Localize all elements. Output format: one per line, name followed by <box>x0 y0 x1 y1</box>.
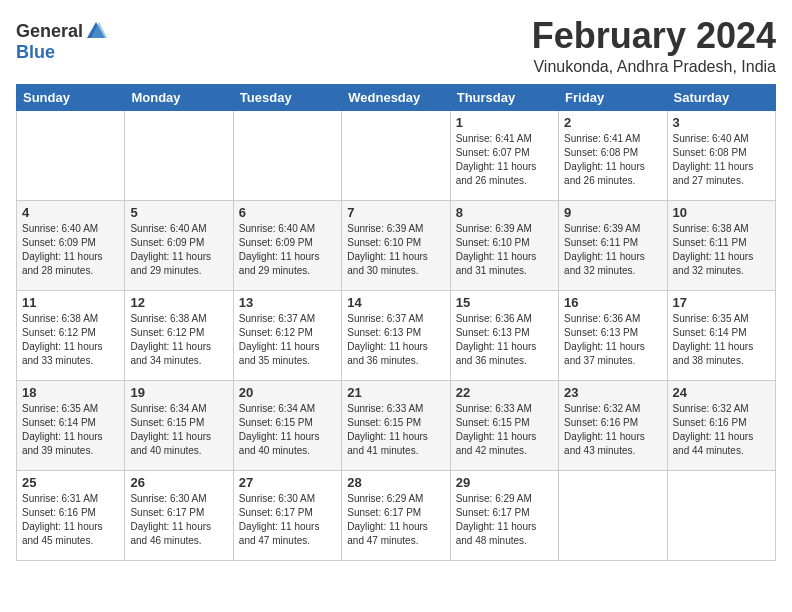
day-info: Sunrise: 6:33 AM Sunset: 6:15 PM Dayligh… <box>347 402 444 458</box>
day-number: 20 <box>239 385 336 400</box>
calendar-cell: 16Sunrise: 6:36 AM Sunset: 6:13 PM Dayli… <box>559 290 667 380</box>
day-info: Sunrise: 6:33 AM Sunset: 6:15 PM Dayligh… <box>456 402 553 458</box>
day-number: 24 <box>673 385 770 400</box>
day-info: Sunrise: 6:34 AM Sunset: 6:15 PM Dayligh… <box>130 402 227 458</box>
calendar-day-header: Wednesday <box>342 84 450 110</box>
day-number: 23 <box>564 385 661 400</box>
day-info: Sunrise: 6:38 AM Sunset: 6:11 PM Dayligh… <box>673 222 770 278</box>
calendar-cell <box>667 470 775 560</box>
day-number: 14 <box>347 295 444 310</box>
calendar-cell: 6Sunrise: 6:40 AM Sunset: 6:09 PM Daylig… <box>233 200 341 290</box>
day-number: 15 <box>456 295 553 310</box>
day-info: Sunrise: 6:39 AM Sunset: 6:10 PM Dayligh… <box>456 222 553 278</box>
day-number: 5 <box>130 205 227 220</box>
calendar-cell: 15Sunrise: 6:36 AM Sunset: 6:13 PM Dayli… <box>450 290 558 380</box>
day-info: Sunrise: 6:40 AM Sunset: 6:09 PM Dayligh… <box>239 222 336 278</box>
day-info: Sunrise: 6:40 AM Sunset: 6:09 PM Dayligh… <box>130 222 227 278</box>
day-info: Sunrise: 6:37 AM Sunset: 6:12 PM Dayligh… <box>239 312 336 368</box>
day-number: 17 <box>673 295 770 310</box>
calendar-cell <box>233 110 341 200</box>
day-info: Sunrise: 6:36 AM Sunset: 6:13 PM Dayligh… <box>564 312 661 368</box>
title-block: February 2024 Vinukonda, Andhra Pradesh,… <box>532 16 776 76</box>
day-number: 16 <box>564 295 661 310</box>
logo: General Blue <box>16 16 107 63</box>
day-number: 6 <box>239 205 336 220</box>
day-info: Sunrise: 6:35 AM Sunset: 6:14 PM Dayligh… <box>673 312 770 368</box>
page-header: General Blue February 2024 Vinukonda, An… <box>16 16 776 76</box>
calendar-cell: 27Sunrise: 6:30 AM Sunset: 6:17 PM Dayli… <box>233 470 341 560</box>
day-info: Sunrise: 6:40 AM Sunset: 6:08 PM Dayligh… <box>673 132 770 188</box>
calendar-day-header: Friday <box>559 84 667 110</box>
day-number: 27 <box>239 475 336 490</box>
calendar-cell: 21Sunrise: 6:33 AM Sunset: 6:15 PM Dayli… <box>342 380 450 470</box>
day-number: 26 <box>130 475 227 490</box>
calendar-day-header: Tuesday <box>233 84 341 110</box>
day-info: Sunrise: 6:38 AM Sunset: 6:12 PM Dayligh… <box>130 312 227 368</box>
day-info: Sunrise: 6:30 AM Sunset: 6:17 PM Dayligh… <box>130 492 227 548</box>
calendar-cell: 10Sunrise: 6:38 AM Sunset: 6:11 PM Dayli… <box>667 200 775 290</box>
calendar-week-row: 4Sunrise: 6:40 AM Sunset: 6:09 PM Daylig… <box>17 200 776 290</box>
calendar-day-header: Thursday <box>450 84 558 110</box>
day-info: Sunrise: 6:35 AM Sunset: 6:14 PM Dayligh… <box>22 402 119 458</box>
day-info: Sunrise: 6:40 AM Sunset: 6:09 PM Dayligh… <box>22 222 119 278</box>
day-info: Sunrise: 6:29 AM Sunset: 6:17 PM Dayligh… <box>456 492 553 548</box>
calendar-week-row: 25Sunrise: 6:31 AM Sunset: 6:16 PM Dayli… <box>17 470 776 560</box>
day-info: Sunrise: 6:29 AM Sunset: 6:17 PM Dayligh… <box>347 492 444 548</box>
day-info: Sunrise: 6:30 AM Sunset: 6:17 PM Dayligh… <box>239 492 336 548</box>
calendar-cell: 14Sunrise: 6:37 AM Sunset: 6:13 PM Dayli… <box>342 290 450 380</box>
calendar-cell: 13Sunrise: 6:37 AM Sunset: 6:12 PM Dayli… <box>233 290 341 380</box>
calendar-cell: 25Sunrise: 6:31 AM Sunset: 6:16 PM Dayli… <box>17 470 125 560</box>
calendar-cell: 18Sunrise: 6:35 AM Sunset: 6:14 PM Dayli… <box>17 380 125 470</box>
day-number: 13 <box>239 295 336 310</box>
calendar-cell: 11Sunrise: 6:38 AM Sunset: 6:12 PM Dayli… <box>17 290 125 380</box>
day-number: 19 <box>130 385 227 400</box>
calendar-cell: 5Sunrise: 6:40 AM Sunset: 6:09 PM Daylig… <box>125 200 233 290</box>
day-number: 29 <box>456 475 553 490</box>
calendar-cell: 2Sunrise: 6:41 AM Sunset: 6:08 PM Daylig… <box>559 110 667 200</box>
logo-blue-text: Blue <box>16 42 55 63</box>
calendar-cell: 3Sunrise: 6:40 AM Sunset: 6:08 PM Daylig… <box>667 110 775 200</box>
calendar-cell: 29Sunrise: 6:29 AM Sunset: 6:17 PM Dayli… <box>450 470 558 560</box>
calendar-table: SundayMondayTuesdayWednesdayThursdayFrid… <box>16 84 776 561</box>
calendar-cell: 19Sunrise: 6:34 AM Sunset: 6:15 PM Dayli… <box>125 380 233 470</box>
day-info: Sunrise: 6:32 AM Sunset: 6:16 PM Dayligh… <box>564 402 661 458</box>
calendar-cell <box>17 110 125 200</box>
day-info: Sunrise: 6:41 AM Sunset: 6:07 PM Dayligh… <box>456 132 553 188</box>
day-number: 9 <box>564 205 661 220</box>
day-number: 2 <box>564 115 661 130</box>
day-number: 4 <box>22 205 119 220</box>
calendar-cell: 24Sunrise: 6:32 AM Sunset: 6:16 PM Dayli… <box>667 380 775 470</box>
day-number: 8 <box>456 205 553 220</box>
day-info: Sunrise: 6:31 AM Sunset: 6:16 PM Dayligh… <box>22 492 119 548</box>
calendar-cell: 7Sunrise: 6:39 AM Sunset: 6:10 PM Daylig… <box>342 200 450 290</box>
day-number: 7 <box>347 205 444 220</box>
calendar-cell: 20Sunrise: 6:34 AM Sunset: 6:15 PM Dayli… <box>233 380 341 470</box>
day-info: Sunrise: 6:38 AM Sunset: 6:12 PM Dayligh… <box>22 312 119 368</box>
calendar-cell <box>559 470 667 560</box>
day-number: 25 <box>22 475 119 490</box>
calendar-cell: 17Sunrise: 6:35 AM Sunset: 6:14 PM Dayli… <box>667 290 775 380</box>
calendar-cell <box>125 110 233 200</box>
day-number: 1 <box>456 115 553 130</box>
calendar-cell: 12Sunrise: 6:38 AM Sunset: 6:12 PM Dayli… <box>125 290 233 380</box>
month-title: February 2024 <box>532 16 776 56</box>
day-number: 10 <box>673 205 770 220</box>
calendar-day-header: Saturday <box>667 84 775 110</box>
day-info: Sunrise: 6:39 AM Sunset: 6:11 PM Dayligh… <box>564 222 661 278</box>
calendar-week-row: 1Sunrise: 6:41 AM Sunset: 6:07 PM Daylig… <box>17 110 776 200</box>
location-title: Vinukonda, Andhra Pradesh, India <box>532 58 776 76</box>
logo-general-text: General <box>16 21 83 42</box>
calendar-cell: 8Sunrise: 6:39 AM Sunset: 6:10 PM Daylig… <box>450 200 558 290</box>
day-number: 22 <box>456 385 553 400</box>
day-number: 3 <box>673 115 770 130</box>
calendar-week-row: 18Sunrise: 6:35 AM Sunset: 6:14 PM Dayli… <box>17 380 776 470</box>
day-info: Sunrise: 6:32 AM Sunset: 6:16 PM Dayligh… <box>673 402 770 458</box>
calendar-cell: 23Sunrise: 6:32 AM Sunset: 6:16 PM Dayli… <box>559 380 667 470</box>
day-info: Sunrise: 6:39 AM Sunset: 6:10 PM Dayligh… <box>347 222 444 278</box>
day-number: 11 <box>22 295 119 310</box>
day-number: 12 <box>130 295 227 310</box>
day-info: Sunrise: 6:34 AM Sunset: 6:15 PM Dayligh… <box>239 402 336 458</box>
calendar-cell: 22Sunrise: 6:33 AM Sunset: 6:15 PM Dayli… <box>450 380 558 470</box>
day-info: Sunrise: 6:36 AM Sunset: 6:13 PM Dayligh… <box>456 312 553 368</box>
day-info: Sunrise: 6:37 AM Sunset: 6:13 PM Dayligh… <box>347 312 444 368</box>
